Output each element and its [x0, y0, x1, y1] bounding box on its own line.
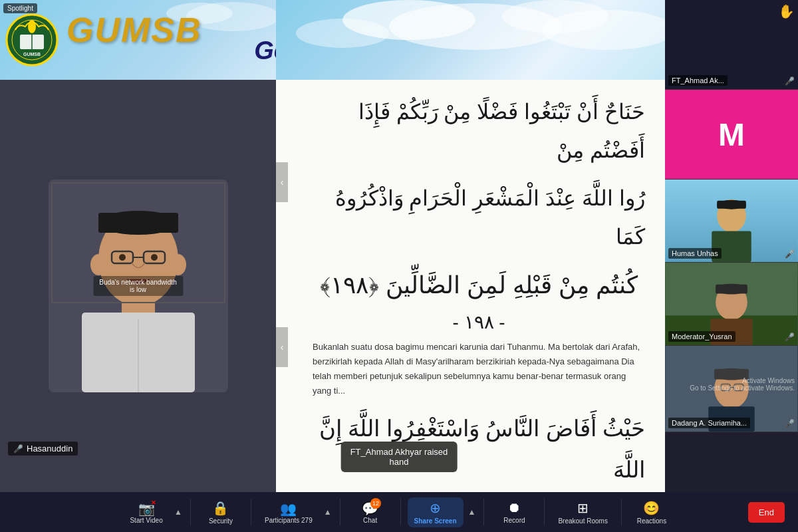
- reactions-icon: 😊: [643, 500, 660, 516]
- separator-6: [544, 499, 545, 525]
- breakout-rooms-label: Breakout Rooms: [558, 517, 607, 525]
- participants-label: Participants 279: [265, 517, 313, 524]
- svg-point-32: [296, 19, 389, 48]
- arabic-text-line2: رُوا اللَّهَ عِنْدَ الْمَشْعَرِ الْحَرَا…: [313, 180, 645, 256]
- separator-7: [621, 499, 622, 525]
- participants-chevron-button[interactable]: ▲: [323, 505, 333, 519]
- tile-dadang: Dadang A. Suriamiha... 🎤 Activate Window…: [665, 346, 798, 432]
- svg-rect-23: [98, 213, 178, 233]
- quran-content: ‹ ‹ حَنَاحٌ أَنْ تَبْتَغُوا فَضْلًا مِنْ…: [276, 80, 665, 492]
- security-label: Security: [209, 517, 233, 525]
- tile-humas-unhas: Humas Unhas 🎤: [665, 180, 798, 263]
- start-video-button[interactable]: 📷 ✕ Start Video: [123, 498, 170, 527]
- toolbar: 📷 ✕ Start Video ▲ 🔒 Security 👥 Participa…: [0, 492, 798, 532]
- raised-hand-notification: FT_Ahmad Akhyar raised hand: [341, 442, 458, 472]
- tile-m-initial: M: [718, 116, 745, 153]
- start-video-label: Start Video: [130, 517, 162, 524]
- hand-raised-icon: ✋: [778, 3, 795, 19]
- gumsb-title: GUMSB: [66, 10, 202, 50]
- svg-point-25: [170, 254, 186, 275]
- right-panel: ✋ FT_Ahmad Ak... 🎤 M: [665, 0, 798, 492]
- share-screen-label: Share Screen: [414, 517, 457, 525]
- separator-1: [190, 499, 191, 525]
- end-button[interactable]: End: [748, 502, 785, 523]
- share-screen-button[interactable]: ⊕ Share Screen: [408, 497, 464, 527]
- participants-chevron-icon: ▲: [324, 507, 332, 517]
- gumsb-logo-icon: GUMSB: [5, 13, 59, 66]
- record-button[interactable]: ⏺ Record: [491, 497, 537, 527]
- tile-ft-ahmad: ✋ FT_Ahmad Ak... 🎤: [665, 0, 798, 90]
- svg-point-20: [119, 254, 126, 261]
- participant-video: Buda's network bandwidth is low 🎤 Hasanu…: [0, 80, 276, 492]
- separator-4: [400, 499, 401, 525]
- scroll-down-button[interactable]: ‹: [276, 327, 288, 367]
- network-warning: Buda's network bandwidth is low: [93, 276, 183, 296]
- svg-point-21: [151, 254, 158, 261]
- content-area: Spotlight GUMSB GUMSB: [0, 0, 798, 492]
- participants-icon: 👥: [280, 501, 297, 516]
- verse-number-198: - ١٩٨ -: [313, 311, 645, 333]
- main-container: Spotlight GUMSB GUMSB: [0, 0, 798, 532]
- reactions-button[interactable]: 😊 Reactions: [628, 497, 675, 527]
- tile-moderator-yusran: Moderator_Yusran 🎤: [665, 263, 798, 346]
- svg-point-11: [28, 20, 36, 33]
- share-screen-chevron-button[interactable]: ▲: [467, 505, 477, 519]
- tile-moderator-m: M: [665, 90, 798, 180]
- security-icon: 🔒: [212, 500, 229, 516]
- tile-dadang-name: Dadang A. Suriamiha...: [668, 418, 750, 428]
- participants-button[interactable]: 👥 Participants 279: [258, 498, 319, 527]
- arabic-text-verse198: كُنتُم مِنْ قَبْلِهِ لَمِنَ الضَّالِّينَ…: [313, 266, 645, 305]
- tile-humas-muted-icon: 🎤: [785, 249, 795, 259]
- svg-rect-50: [714, 369, 749, 380]
- breakout-rooms-button[interactable]: ⊞ Breakout Rooms: [551, 497, 614, 527]
- svg-rect-44: [716, 285, 747, 294]
- security-button[interactable]: 🔒 Security: [198, 497, 244, 527]
- left-panel: Spotlight GUMSB GUMSB: [0, 0, 276, 492]
- chat-label: Chat: [363, 517, 377, 524]
- reactions-label: Reactions: [637, 517, 666, 525]
- record-label: Record: [503, 517, 525, 524]
- tile-ft-ahmad-muted-icon: 🎤: [785, 76, 795, 86]
- spotlight-badge: Spotlight: [3, 3, 37, 13]
- tile-ft-ahmad-name: FT_Ahmad Ak...: [668, 75, 728, 86]
- video-frame: Buda's network bandwidth is low: [49, 180, 228, 392]
- arabic-text-line1: حَنَاحٌ أَنْ تَبْتَغُوا فَضْلًا مِنْ رَب…: [313, 93, 645, 170]
- video-chevron-icon: ▲: [174, 507, 182, 517]
- svg-text:GUMSB: GUMSB: [23, 52, 41, 57]
- tile-dadang-muted-icon: 🎤: [785, 419, 795, 428]
- share-screen-icon: ⊕: [430, 500, 441, 516]
- scroll-up-button[interactable]: ‹: [276, 162, 288, 202]
- share-screen-chevron-icon: ▲: [468, 507, 476, 517]
- record-icon: ⏺: [507, 500, 521, 515]
- breakout-rooms-icon: ⊞: [577, 500, 589, 516]
- tile-yusran-name: Moderator_Yusran: [668, 331, 735, 342]
- tile-humas-name: Humas Unhas: [668, 248, 722, 259]
- svg-point-24: [90, 254, 106, 275]
- video-muted-indicator: ✕: [151, 499, 156, 506]
- svg-rect-38: [717, 201, 746, 209]
- chat-button[interactable]: 💬 12 Chat: [347, 498, 394, 527]
- tile-yusran-muted-icon: 🎤: [785, 332, 795, 342]
- center-panel: ‹ ‹ حَنَاحٌ أَنْ تَبْتَغُوا فَضْلًا مِنْ…: [276, 0, 665, 492]
- translation-198: Bukanlah suatu dosa bagimu mencari karun…: [313, 340, 645, 398]
- separator-3: [340, 499, 340, 525]
- participant-name-label: 🎤 Hasanuddin: [8, 442, 78, 456]
- video-chevron-button[interactable]: ▲: [173, 505, 184, 519]
- separator-2: [251, 499, 251, 525]
- chat-badge: 12: [370, 498, 381, 509]
- separator-5: [483, 499, 484, 525]
